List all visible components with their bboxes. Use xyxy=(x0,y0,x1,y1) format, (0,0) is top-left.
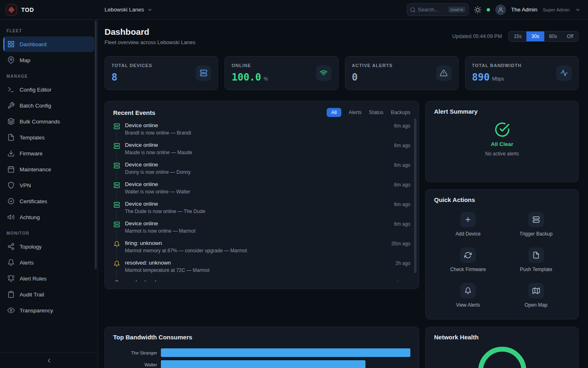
theme-toggle-button[interactable] xyxy=(474,6,481,13)
stat-value: 890 xyxy=(472,72,490,83)
event-time: 6m ago xyxy=(394,162,410,177)
user-icon xyxy=(498,7,503,13)
bandwidth-bar-track xyxy=(161,348,410,357)
sidebar-item-label: Config Editor xyxy=(20,87,51,93)
event-row[interactable]: firing: unknown Marmot memory at 87% — c… xyxy=(113,236,410,256)
quick-action-check-firmware[interactable]: Check Firmware xyxy=(434,247,502,272)
sidebar-item-label: Alerts xyxy=(20,260,34,266)
event-time: 6m ago xyxy=(394,201,410,217)
sidebar-item-bulk-commands[interactable]: Bulk Commands xyxy=(3,114,94,129)
events-filter-alerts[interactable]: Alerts xyxy=(349,110,362,115)
events-filter-status[interactable]: Status xyxy=(369,110,383,115)
bell-icon xyxy=(460,283,476,298)
share-icon xyxy=(7,243,15,250)
event-row[interactable]: Device online Marmot is now online — Mar… xyxy=(113,217,410,236)
server-icon xyxy=(113,181,120,197)
wrench-icon xyxy=(7,102,15,109)
event-title: firing: unknown xyxy=(125,240,386,246)
user-menu-chevron-icon[interactable] xyxy=(575,7,581,13)
stat-value: 0 xyxy=(352,72,358,83)
alert-triangle-icon xyxy=(436,65,452,81)
sidebar-item-batch-config[interactable]: Batch Config xyxy=(3,98,94,113)
quick-actions-grid: Add Device Trigger Backup Check Firmware… xyxy=(434,212,570,308)
sidebar-item-map[interactable]: Map xyxy=(3,52,94,68)
bandwidth-bar-label: Walter xyxy=(113,362,157,367)
sidebar-item-label: Transparency xyxy=(20,307,53,314)
event-title: resolved: unknown xyxy=(125,279,390,281)
event-row[interactable]: Device online Maude is now online — Maud… xyxy=(113,138,410,158)
bandwidth-card: Top Bandwidth Consumers The Stranger Wal… xyxy=(105,327,419,368)
sidebar-item-templates[interactable]: Templates xyxy=(3,130,94,145)
download-icon xyxy=(7,150,15,157)
stat-card-total-devices: TOTAL DEVICES 8 xyxy=(105,56,218,90)
refresh-option-30s[interactable]: 30s xyxy=(526,31,544,41)
event-time: 4h ago xyxy=(395,279,410,281)
avatar[interactable] xyxy=(495,4,506,15)
bell-icon xyxy=(113,279,120,281)
quick-action-push-template[interactable]: Push Template xyxy=(502,247,570,272)
sidebar-item-maintenance[interactable]: Maintenance xyxy=(3,162,94,177)
file-icon xyxy=(528,247,544,263)
search-icon xyxy=(410,7,416,13)
refresh-option-60s[interactable]: 60s xyxy=(544,31,562,41)
event-row[interactable]: Device online Donny is now online — Donn… xyxy=(113,158,410,177)
event-detail: Marmot memory at 87% — consider upgrade … xyxy=(125,248,386,254)
sidebar-item-vpn[interactable]: VPN xyxy=(3,177,94,193)
sidebar-item-label: Map xyxy=(20,57,30,63)
sidebar-item-firmware[interactable]: Firmware xyxy=(3,146,94,161)
bandwidth-title: Top Bandwidth Consumers xyxy=(113,334,192,341)
server-icon xyxy=(113,162,120,177)
search-box[interactable]: Cmd+K xyxy=(407,3,469,16)
sidebar-item-label: Bulk Commands xyxy=(20,119,60,125)
org-selector[interactable]: Lebowski Lanes xyxy=(105,7,153,13)
sidebar-item-dashboard[interactable]: Dashboard xyxy=(3,36,94,52)
event-detail: Donny is now online — Donny xyxy=(125,169,389,175)
event-row[interactable]: Device online Brandt is now online — Bra… xyxy=(113,119,410,138)
refresh-option-off[interactable]: Off xyxy=(562,31,578,41)
sidebar-item-achtung[interactable]: Achtung xyxy=(3,209,94,225)
event-row[interactable]: Device online Walter is now online — Wal… xyxy=(113,177,410,197)
sidebar-item-alerts[interactable]: Alerts xyxy=(3,255,94,270)
logo-icon xyxy=(6,4,17,16)
sidebar-item-certificates[interactable]: Certificates xyxy=(3,193,94,209)
quick-action-trigger-backup[interactable]: Trigger Backup xyxy=(502,212,570,237)
bell-icon xyxy=(7,259,15,266)
sidebar-nav: FLEET Dashboard MapMANAGE Config Editor … xyxy=(0,20,98,352)
sidebar-collapse-button[interactable] xyxy=(0,352,98,368)
event-row[interactable]: Device online The Dude is now online — T… xyxy=(113,197,410,217)
events-filter-all[interactable]: All xyxy=(327,108,341,117)
file-icon xyxy=(7,134,15,141)
page-title: Dashboard xyxy=(105,27,196,37)
quick-action-view-alerts[interactable]: View Alerts xyxy=(434,283,502,308)
sidebar-item-audit-trail[interactable]: Audit Trail xyxy=(3,287,94,302)
search-input[interactable] xyxy=(418,7,446,13)
refresh-option-15s[interactable]: 15s xyxy=(509,31,526,41)
sidebar-scrollbar[interactable] xyxy=(95,20,97,269)
events-filters: AllAlertsStatusBackups xyxy=(327,108,410,117)
sidebar-section-label-manage: MANAGE xyxy=(0,68,98,81)
stat-card-online: ONLINE 100.0 % xyxy=(225,56,338,90)
bandwidth-bars: The Stranger Walter xyxy=(113,348,410,368)
sidebar-item-transparency[interactable]: Transparency xyxy=(3,303,94,318)
map-pin-icon xyxy=(7,56,15,64)
sidebar-item-alert-rules[interactable]: Alert Rules xyxy=(3,271,94,286)
activity-icon xyxy=(556,65,572,81)
stat-value: 8 xyxy=(111,72,117,83)
event-row[interactable]: resolved: unknown 4h ago xyxy=(113,276,410,281)
event-detail: The Dude is now online — The Dude xyxy=(125,209,389,214)
events-filter-backups[interactable]: Backups xyxy=(391,110,410,115)
event-time: 6m ago xyxy=(394,142,410,158)
sidebar-item-label: Alert Rules xyxy=(20,276,47,282)
events-scrollbar[interactable] xyxy=(414,119,416,273)
event-time: 35m ago xyxy=(391,240,410,256)
app-logo: TOD xyxy=(0,4,98,16)
server-icon xyxy=(196,65,211,81)
event-time: 2h ago xyxy=(395,260,410,276)
sidebar-item-config-editor[interactable]: Config Editor xyxy=(3,82,94,97)
sidebar-item-topology[interactable]: Topology xyxy=(3,239,94,254)
sidebar-item-label: Audit Trail xyxy=(20,292,44,298)
quick-action-add-device[interactable]: Add Device xyxy=(434,212,502,237)
event-detail: Marmot is now online — Marmot xyxy=(125,228,389,234)
quick-action-open-map[interactable]: Open Map xyxy=(502,283,570,308)
event-row[interactable]: resolved: unknown Marmot temperature at … xyxy=(113,256,410,276)
